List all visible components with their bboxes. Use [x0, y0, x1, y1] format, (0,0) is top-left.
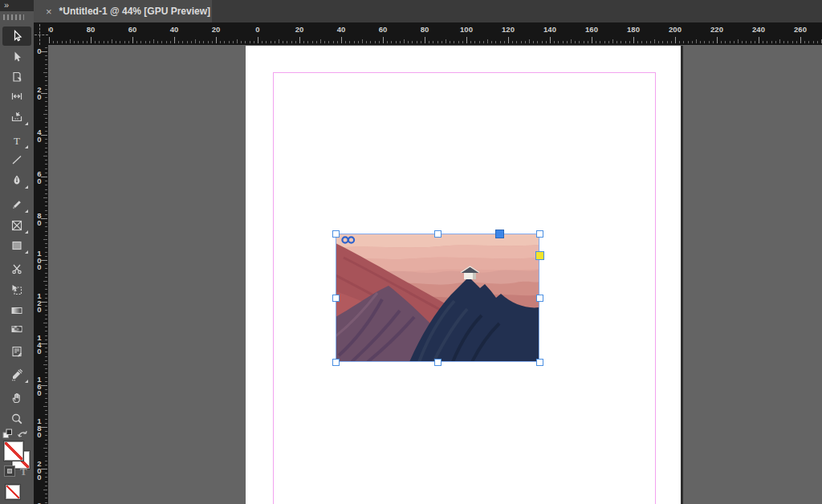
content-collector-tool[interactable]: [4, 108, 30, 127]
direct-selection-tool[interactable]: [4, 47, 30, 67]
v-ruler-tick: [45, 85, 47, 86]
h-ruler-tick: [458, 41, 459, 43]
document-tab[interactable]: × *Untitled-1 @ 44% [GPU Preview]: [34, 0, 212, 22]
h-ruler-tick: [454, 41, 454, 43]
collector-icon: [10, 111, 23, 124]
h-ruler-tick: [775, 41, 776, 43]
handle-mid-right[interactable]: [536, 295, 543, 302]
h-ruler-tick: [738, 39, 739, 43]
v-ruler-tick: [45, 106, 47, 107]
handle-bottom-right[interactable]: [536, 359, 543, 366]
v-ruler-tick: [45, 64, 47, 65]
h-ruler-label: 40: [337, 25, 346, 34]
handle-top-center[interactable]: [434, 230, 442, 238]
h-ruler-tick: [425, 37, 425, 43]
handle-bottom-center[interactable]: [434, 359, 442, 366]
subtools-triangle-icon: [25, 380, 28, 383]
selection-tool[interactable]: [2, 26, 31, 46]
handle-top-left[interactable]: [332, 230, 340, 238]
v-ruler-tick: [43, 281, 47, 282]
margin-guide-top: [273, 72, 656, 73]
h-ruler-tick: [713, 41, 714, 43]
fill-swatch-none[interactable]: [4, 441, 23, 461]
h-ruler-tick: [161, 41, 162, 43]
handle-bottom-left[interactable]: [332, 359, 340, 366]
free-transform-tool[interactable]: [4, 280, 30, 299]
handle-mid-left[interactable]: [332, 295, 340, 302]
note-tool[interactable]: [4, 342, 30, 361]
h-ruler-tick: [808, 41, 809, 43]
h-ruler-tick: [328, 41, 329, 43]
v-ruler-tick: [45, 360, 47, 361]
v-ruler-tick: [45, 118, 47, 119]
h-ruler-label: 260: [794, 25, 807, 34]
scissors-tool[interactable]: [4, 259, 30, 278]
h-ruler-tick: [462, 41, 463, 43]
gradient-swatch-tool[interactable]: [4, 301, 30, 320]
hand-tool[interactable]: [4, 388, 30, 408]
h-ruler-tick: [709, 41, 710, 43]
pen-tool[interactable]: [4, 171, 30, 190]
h-ruler-label: 00: [48, 25, 53, 34]
type-tool[interactable]: T: [4, 131, 30, 150]
hand-icon: [10, 392, 23, 404]
pen-icon: [10, 174, 23, 187]
h-ruler-tick: [650, 41, 651, 43]
gap-tool[interactable]: [4, 87, 30, 106]
panel-grip-handle[interactable]: [3, 14, 24, 20]
subtools-triangle-icon: [25, 250, 28, 254]
page-tool[interactable]: [4, 67, 30, 87]
h-ruler-tick: [616, 41, 617, 43]
h-ruler-tick: [199, 41, 200, 43]
apply-none-button[interactable]: [6, 485, 20, 499]
h-ruler-tick: [479, 41, 480, 43]
handle-top-accent[interactable]: [495, 230, 504, 238]
h-ruler-tick: [433, 41, 433, 43]
horizontal-ruler[interactable]: 0080604020020406080100120140160180200220…: [48, 22, 822, 45]
v-ruler-tick: [45, 368, 47, 369]
corner-radius-widget[interactable]: [535, 251, 544, 260]
v-ruler-label: 80: [34, 213, 45, 226]
close-tab-icon[interactable]: ×: [46, 6, 52, 17]
h-ruler-tick: [83, 41, 83, 43]
v-ruler-tick: [45, 456, 47, 457]
h-ruler-label: 80: [87, 25, 96, 34]
h-ruler-tick: [70, 39, 71, 43]
line-tool[interactable]: [4, 150, 30, 169]
eyedropper-tool[interactable]: [4, 365, 30, 384]
pasteboard[interactable]: [48, 45, 822, 504]
h-ruler-label: 20: [212, 25, 221, 34]
formatting-affects-container-button[interactable]: [4, 465, 15, 477]
v-ruler-tick: [45, 201, 47, 202]
handle-top-right[interactable]: [536, 230, 543, 238]
expand-panel-icon[interactable]: »: [0, 0, 34, 11]
h-ruler-tick: [153, 39, 154, 43]
placed-image-frame[interactable]: [336, 234, 539, 362]
swap-fill-stroke-icon[interactable]: [2, 428, 33, 441]
h-ruler-tick: [49, 37, 50, 43]
gradient-feather-tool[interactable]: [4, 319, 30, 339]
v-ruler-tick: [45, 214, 47, 215]
h-ruler-tick: [817, 41, 818, 43]
formatting-affects-text-button[interactable]: T: [20, 465, 27, 478]
h-ruler-tick: [408, 41, 409, 43]
h-ruler-tick: [446, 39, 446, 43]
h-ruler-tick: [787, 41, 788, 43]
pencil-tool[interactable]: [4, 195, 30, 214]
h-ruler-tick: [584, 41, 584, 43]
vertical-ruler[interactable]: 020406080100120140160180200220: [34, 45, 48, 504]
page-icon: [10, 71, 23, 83]
h-ruler-tick: [730, 41, 730, 43]
h-ruler-tick: [57, 41, 58, 43]
h-ruler-tick: [429, 41, 429, 43]
ruler-origin-box[interactable]: [34, 22, 48, 45]
v-ruler-tick: [45, 226, 47, 227]
h-ruler-tick: [692, 41, 693, 43]
h-ruler-tick: [66, 41, 67, 43]
v-ruler-tick: [45, 465, 47, 465]
h-ruler-tick: [550, 37, 551, 43]
tab-bar: » × *Untitled-1 @ 44% [GPU Preview]: [0, 0, 822, 22]
rectangle-tool[interactable]: [4, 236, 30, 255]
frame-tool[interactable]: [4, 216, 30, 235]
zoom-tool[interactable]: [4, 409, 30, 429]
